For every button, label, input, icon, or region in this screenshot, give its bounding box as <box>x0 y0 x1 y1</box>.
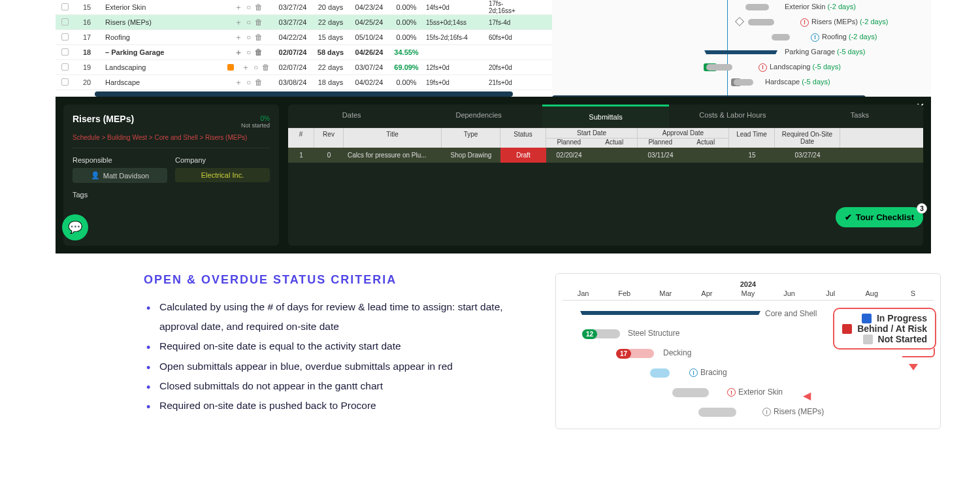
milestone-icon <box>735 17 744 26</box>
table-row[interactable]: 19 Landscaping ＋○🗑 02/07/24 22 days 03/0… <box>56 60 552 75</box>
table-row[interactable]: 18 – Parking Garage ＋○🗑 02/07/24 58 days… <box>56 45 552 60</box>
doc-gantt: 2024 JanFebMarAprMayJunJulAugS Core and … <box>555 273 941 429</box>
list-item: Closed submittals do not appear in the g… <box>144 376 536 396</box>
responsible-chip[interactable]: 👤Matt Davidson <box>73 168 167 183</box>
responsible-label: Responsible <box>73 156 167 164</box>
alert-icon: ! <box>689 368 698 377</box>
gantt-bar[interactable] <box>772 34 790 41</box>
row-checkbox[interactable] <box>61 18 69 25</box>
gantt-row: !Bracing <box>563 363 934 383</box>
list-item: Required on-site date is equal to the ac… <box>144 336 536 356</box>
gantt-bar[interactable] <box>698 408 736 417</box>
gantt-row: !Risers (MEPs) (-2 days) <box>552 15 931 30</box>
gantt-row: !Roofing (-2 days) <box>552 30 931 45</box>
gantt-bar[interactable] <box>745 4 769 10</box>
list-item: Open submittals appear in blue, overdue … <box>144 357 536 376</box>
company-chip[interactable]: Electrical Inc. <box>175 168 270 182</box>
trash-icon[interactable]: 🗑 <box>255 78 263 87</box>
row-checkbox[interactable] <box>61 78 69 86</box>
trash-icon[interactable]: 🗑 <box>255 33 263 42</box>
add-icon[interactable]: ＋ <box>235 17 242 28</box>
detail-pane: ✕ Risers (MEPs) 0% Not started Schedule … <box>56 97 931 253</box>
alert-icon: ! <box>800 18 809 27</box>
legend-item: Behind / At Risk <box>842 323 927 334</box>
circle-icon[interactable]: ○ <box>246 48 251 57</box>
add-icon[interactable]: ＋ <box>235 32 242 43</box>
detail-tabs-panel: DatesDependenciesSubmittalsCosts & Labor… <box>288 105 923 246</box>
table-row[interactable]: 15 Exterior Skin ＋○🗑 03/27/24 20 days 04… <box>56 0 552 15</box>
table-row[interactable]: 17 Roofing ＋○🗑 04/22/24 15 days 05/10/24… <box>56 30 552 45</box>
tab-submittals[interactable]: Submittals <box>542 105 669 127</box>
add-icon[interactable]: ＋ <box>235 47 242 58</box>
arrow-left-icon: ◀ <box>803 389 811 402</box>
count-badge: 12 <box>582 329 597 339</box>
gantt-bar[interactable] <box>734 79 753 86</box>
row-checkbox[interactable] <box>61 3 69 10</box>
tab-dates[interactable]: Dates <box>288 105 415 127</box>
breadcrumb[interactable]: Schedule > Building West > Core and Shel… <box>73 134 270 148</box>
trash-icon[interactable]: 🗑 <box>255 3 263 12</box>
company-label: Company <box>175 156 270 164</box>
list-item: Required on-site date is pushed back to … <box>144 396 536 416</box>
alert-icon: ! <box>759 63 767 72</box>
circle-icon[interactable]: ○ <box>253 63 258 72</box>
circle-icon[interactable]: ○ <box>246 3 251 12</box>
gantt-bar[interactable] <box>748 19 774 25</box>
grid-hscroll[interactable] <box>95 91 513 97</box>
gantt-pane: Exterior Skin (-2 days)!Risers (MEPs) (-… <box>552 0 931 97</box>
row-checkbox[interactable] <box>61 33 69 41</box>
legend: In ProgressBehind / At RiskNot Started <box>833 308 936 350</box>
tabs: DatesDependenciesSubmittalsCosts & Labor… <box>288 105 923 128</box>
tab-dependencies[interactable]: Dependencies <box>415 105 542 127</box>
add-icon[interactable]: ＋ <box>242 62 250 73</box>
circle-icon[interactable]: ○ <box>246 78 251 87</box>
gantt-row: Exterior Skin (-2 days) <box>552 0 931 15</box>
row-checkbox[interactable] <box>61 48 69 56</box>
chat-icon[interactable]: 💬 <box>62 214 88 240</box>
alert-icon: ! <box>727 388 736 397</box>
tab-costs-labor-hours[interactable]: Costs & Labor Hours <box>669 105 796 127</box>
table-row[interactable]: 1 0 Calcs for pressure on Plu... Shop Dr… <box>288 148 923 163</box>
alert-icon: ! <box>811 33 819 42</box>
status-badge: Draft <box>500 148 546 163</box>
table-row[interactable]: 16 Risers (MEPs) ＋○🗑 03/27/24 22 days 04… <box>56 15 552 30</box>
gantt-row: 12!Landscaping (-5 days) <box>552 60 931 75</box>
gantt-bar[interactable] <box>672 388 709 397</box>
tags-label: Tags <box>73 191 270 199</box>
gantt-bar[interactable] <box>706 64 732 71</box>
count-badge: 17 <box>616 349 631 359</box>
submittals-header: # Rev Title Type Status Start Date Plann… <box>288 128 923 148</box>
detail-summary: Risers (MEPs) 0% Not started Schedule > … <box>63 105 279 246</box>
table-row[interactable]: 20 Hardscape ＋○🗑 03/08/24 18 days 04/02/… <box>56 75 552 90</box>
schedule-grid: 15 Exterior Skin ＋○🗑 03/27/24 20 days 04… <box>56 0 552 97</box>
tour-checklist-button[interactable]: ✔ Tour Checklist 3 <box>836 207 923 227</box>
circle-icon[interactable]: ○ <box>246 33 251 42</box>
flag-icon <box>227 64 234 71</box>
list-item: Calculated by using the # of days for re… <box>144 297 536 336</box>
legend-item: Not Started <box>842 334 927 344</box>
gantt-bar[interactable] <box>650 368 670 378</box>
legend-item: In Progress <box>842 313 927 323</box>
gantt-row: Parking Garage (-5 days) <box>552 45 931 60</box>
doc-text: OPEN & OVERDUE STATUS CRITERIA Calculate… <box>144 273 536 429</box>
circle-icon[interactable]: ○ <box>246 18 251 27</box>
gantt-row: !Risers (MEPs) <box>563 402 934 422</box>
row-checkbox[interactable] <box>61 63 69 71</box>
gantt-row: !Exterior Skin◀ <box>563 383 934 402</box>
gantt-row: 8Hardscape (-5 days) <box>552 75 931 90</box>
trash-icon[interactable]: 🗑 <box>255 18 263 27</box>
tab-tasks[interactable]: Tasks <box>796 105 923 127</box>
add-icon[interactable]: ＋ <box>235 77 242 88</box>
add-icon[interactable]: ＋ <box>235 2 242 13</box>
doc-title: OPEN & OVERDUE STATUS CRITERIA <box>144 273 536 287</box>
tour-count-badge: 3 <box>917 203 927 214</box>
trash-icon[interactable]: 🗑 <box>255 48 263 57</box>
trash-icon[interactable]: 🗑 <box>262 63 270 72</box>
alert-icon: ! <box>762 408 771 416</box>
check-icon: ✔ <box>845 212 852 222</box>
submittals-table: # Rev Title Type Status Start Date Plann… <box>288 128 923 163</box>
user-icon: 👤 <box>91 171 100 180</box>
